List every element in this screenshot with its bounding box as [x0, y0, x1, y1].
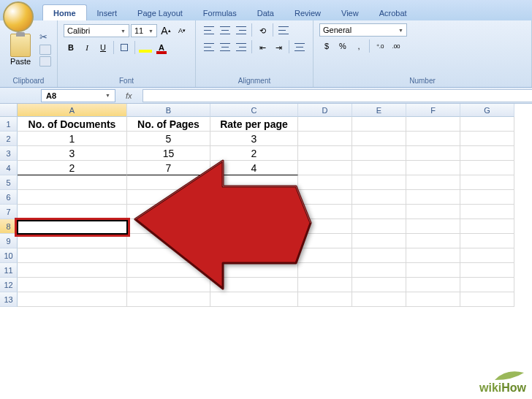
- cell[interactable]: Rate per page: [210, 117, 298, 132]
- cell[interactable]: [210, 190, 298, 205]
- row-header[interactable]: 4: [0, 161, 18, 175]
- cell[interactable]: 5: [127, 132, 210, 146]
- cell[interactable]: [18, 248, 127, 263]
- cell[interactable]: 2: [210, 146, 298, 161]
- fx-icon[interactable]: fx: [126, 91, 132, 100]
- cell[interactable]: [298, 161, 352, 175]
- cell[interactable]: [352, 175, 406, 190]
- cell[interactable]: [210, 248, 298, 263]
- font-size-combo[interactable]: 11▼: [131, 24, 157, 37]
- cell[interactable]: 15: [127, 146, 210, 161]
- cell[interactable]: [210, 292, 298, 307]
- row-header[interactable]: 2: [0, 132, 18, 146]
- cell[interactable]: [352, 234, 406, 248]
- orientation-button[interactable]: ⟲: [255, 23, 270, 38]
- tab-data[interactable]: Data: [247, 5, 284, 20]
- office-button[interactable]: [3, 1, 34, 32]
- cell[interactable]: [460, 146, 514, 161]
- wrap-text-button[interactable]: [276, 23, 291, 38]
- cut-icon[interactable]: [39, 33, 51, 43]
- cell[interactable]: [460, 161, 514, 175]
- cell[interactable]: [352, 161, 406, 175]
- cell[interactable]: [352, 146, 406, 161]
- tab-home[interactable]: Home: [42, 4, 87, 20]
- cell[interactable]: [406, 248, 460, 263]
- cell[interactable]: [127, 248, 210, 263]
- select-all-corner[interactable]: [0, 104, 18, 117]
- cell[interactable]: [298, 190, 352, 205]
- cell[interactable]: [127, 219, 210, 234]
- cell[interactable]: [352, 278, 406, 292]
- underline-button[interactable]: U: [96, 40, 110, 55]
- font-name-combo[interactable]: Calibri▼: [64, 24, 129, 37]
- row-header[interactable]: 1: [0, 117, 18, 132]
- col-header[interactable]: C: [210, 104, 298, 117]
- cell[interactable]: [298, 132, 352, 146]
- bold-button[interactable]: B: [64, 40, 78, 55]
- row-header[interactable]: 5: [0, 175, 18, 190]
- percent-button[interactable]: %: [335, 39, 350, 53]
- cell[interactable]: [460, 205, 514, 219]
- cell[interactable]: 2: [18, 161, 127, 175]
- align-right-button[interactable]: [234, 40, 248, 55]
- increase-indent-button[interactable]: ⇥: [271, 40, 286, 55]
- cell[interactable]: [298, 234, 352, 248]
- align-left-button[interactable]: [202, 40, 216, 55]
- row-header[interactable]: 13: [0, 292, 18, 307]
- cell[interactable]: [298, 292, 352, 307]
- cell[interactable]: [18, 190, 127, 205]
- cell[interactable]: [460, 278, 514, 292]
- name-box[interactable]: A8▼: [41, 89, 115, 102]
- cell[interactable]: [460, 292, 514, 307]
- cell[interactable]: [352, 190, 406, 205]
- cell[interactable]: [127, 190, 210, 205]
- cell[interactable]: [406, 146, 460, 161]
- cell[interactable]: [352, 132, 406, 146]
- cell[interactable]: [460, 219, 514, 234]
- tab-insert[interactable]: Insert: [87, 5, 128, 20]
- cell[interactable]: [127, 263, 210, 278]
- cell[interactable]: [406, 278, 460, 292]
- row-header[interactable]: 6: [0, 190, 18, 205]
- cell[interactable]: [18, 234, 127, 248]
- cell[interactable]: 1: [18, 132, 127, 146]
- cell[interactable]: [210, 263, 298, 278]
- cell[interactable]: [127, 175, 210, 190]
- cell[interactable]: [18, 205, 127, 219]
- cell[interactable]: [298, 248, 352, 263]
- cell[interactable]: [298, 146, 352, 161]
- cell[interactable]: [298, 175, 352, 190]
- cell[interactable]: [298, 117, 352, 132]
- tab-formulas[interactable]: Formulas: [193, 5, 247, 20]
- cell[interactable]: [460, 190, 514, 205]
- cell[interactable]: 7: [127, 161, 210, 175]
- col-header[interactable]: A: [18, 104, 127, 117]
- decrease-decimal-button[interactable]: .00: [389, 39, 403, 53]
- cell[interactable]: [352, 117, 406, 132]
- cell[interactable]: [298, 219, 352, 234]
- cell-a8-selected[interactable]: [18, 219, 127, 234]
- cell[interactable]: [298, 263, 352, 278]
- cell[interactable]: [460, 117, 514, 132]
- cell[interactable]: [352, 248, 406, 263]
- cell[interactable]: [406, 132, 460, 146]
- merge-button[interactable]: [292, 40, 307, 55]
- row-header[interactable]: 9: [0, 234, 18, 248]
- align-bottom-button[interactable]: [234, 23, 248, 38]
- cell[interactable]: [460, 248, 514, 263]
- cell[interactable]: [298, 278, 352, 292]
- col-header[interactable]: D: [298, 104, 352, 117]
- cell[interactable]: [406, 161, 460, 175]
- cell[interactable]: [406, 292, 460, 307]
- increase-decimal-button[interactable]: ⁺.0: [373, 39, 387, 53]
- tab-review[interactable]: Review: [284, 5, 331, 20]
- cell[interactable]: [210, 278, 298, 292]
- cell[interactable]: [406, 234, 460, 248]
- cell[interactable]: [127, 292, 210, 307]
- col-header[interactable]: B: [127, 104, 210, 117]
- cell[interactable]: [18, 292, 127, 307]
- row-header[interactable]: 7: [0, 205, 18, 219]
- col-header[interactable]: F: [406, 104, 460, 117]
- format-painter-icon[interactable]: [39, 56, 51, 66]
- tab-page-layout[interactable]: Page Layout: [127, 5, 193, 20]
